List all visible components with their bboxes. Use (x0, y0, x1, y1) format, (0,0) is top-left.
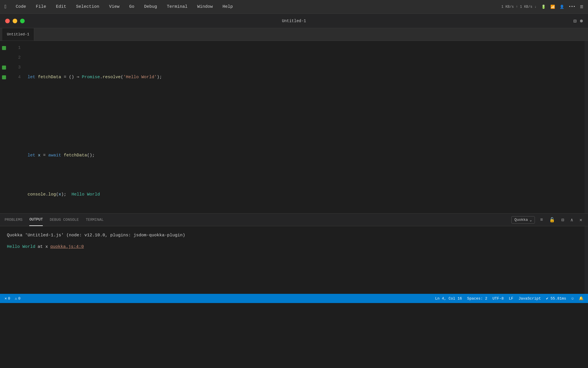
token: . (46, 190, 48, 200)
panel-body: Quokka 'Untitled-1.js' (node: v12.10.0, … (0, 226, 588, 294)
panel-tabs: PROBLEMS OUTPUT DEBUG CONSOLE TERMINAL Q… (0, 214, 588, 226)
feedback-icon[interactable]: ☺ (571, 296, 574, 301)
lock-icon[interactable]: 🔓 (548, 216, 556, 224)
editor-tab[interactable]: Untitled-1 (2, 28, 34, 41)
cursor-position[interactable]: Ln 4, Col 16 (435, 296, 462, 301)
eol-type[interactable]: LF (509, 296, 513, 301)
token: ( (121, 72, 123, 82)
breakpoint-4[interactable] (0, 72, 8, 82)
tab-debug-label: DEBUG CONSOLE (50, 218, 79, 222)
close-button[interactable] (5, 19, 10, 23)
token: ); (61, 190, 71, 200)
dropdown-value: Quokka (514, 218, 528, 222)
encoding[interactable]: UTF-8 (492, 296, 504, 301)
code-editor[interactable]: let fetchData = () ⇒ Promise.resolve('He… (25, 41, 585, 213)
token: x (59, 190, 61, 200)
green-indicator (2, 46, 6, 50)
window-title-bar: Untitled-1 ⊟ (0, 14, 588, 28)
token: let (28, 72, 38, 82)
panel-scrollbar[interactable] (585, 226, 588, 294)
output-hello-world: Hello World (7, 243, 35, 251)
minimize-button[interactable] (13, 19, 17, 23)
network-status: 1 KB/s ↑ 1 KB/s ↓ (501, 5, 536, 9)
menu-debug[interactable]: Debug (142, 3, 159, 10)
menu-bar-left:  Code File Edit Selection View Go Debug… (5, 3, 235, 10)
tab-output[interactable]: OUTPUT (29, 214, 43, 226)
notification-icon[interactable]: 🔔 (579, 296, 583, 301)
menu-bar-right: 1 KB/s ↑ 1 KB/s ↓ 🔋 📶 👤 ••• ☰ (501, 5, 583, 9)
menu-edit[interactable]: Edit (54, 3, 68, 10)
output-link[interactable]: quokka.js:4:0 (50, 243, 84, 251)
code-line-2 (28, 112, 585, 121)
clear-output-icon[interactable]: ≡ (539, 216, 544, 224)
line-number-4: 4 (8, 72, 25, 82)
token: Promise (82, 72, 100, 82)
chevron-down-icon: ⌄ (530, 218, 532, 222)
menu-view[interactable]: View (107, 3, 121, 10)
tab-debug-console[interactable]: DEBUG CONSOLE (50, 214, 79, 226)
breakpoint-1[interactable] (0, 43, 8, 53)
token: . (100, 72, 102, 82)
apple-menu[interactable]:  (5, 4, 8, 10)
panel-content: Quokka 'Untitled-1.js' (node: v12.10.0, … (0, 226, 585, 294)
tab-label: Untitled-1 (7, 32, 29, 37)
code-line-1: let fetchData = () ⇒ Promise.resolve('He… (28, 72, 585, 82)
green-indicator (2, 66, 6, 70)
window-actions: ⊟ (573, 18, 583, 24)
menu-bar:  Code File Edit Selection View Go Debug… (0, 0, 588, 14)
token: x (38, 151, 40, 160)
timing-badge[interactable]: ✔ 55.81ms (546, 296, 566, 301)
split-editor-icon[interactable]: ⊟ (573, 18, 577, 24)
output-line-1: Quokka 'Untitled-1.js' (node: v12.10.0, … (7, 231, 578, 239)
breakpoint-2[interactable] (0, 53, 8, 63)
copy-icon[interactable]: ⊡ (560, 216, 565, 224)
close-panel-icon[interactable]: ✕ (578, 216, 583, 224)
panel-tab-actions: Quokka ⌄ ≡ 🔓 ⊡ ∧ ✕ (511, 216, 583, 224)
line-number-1: 1 (8, 43, 25, 53)
window-title: Untitled-1 (282, 19, 306, 23)
warning-count[interactable]: ⚠ 0 (15, 296, 21, 301)
collapse-icon[interactable]: ∧ (569, 216, 575, 224)
token: log (48, 190, 56, 200)
line-numbers: 1 2 3 4 (8, 41, 25, 213)
green-indicator (2, 75, 6, 79)
token: 'Hello World' (123, 72, 157, 82)
line-number-2: 2 (8, 53, 25, 63)
status-dot (580, 20, 583, 22)
error-count[interactable]: ✕ 0 (5, 296, 10, 301)
gutter-indicators (0, 41, 8, 213)
code-line-4: console.log(x); Hello World (28, 190, 585, 200)
output-at-x: at x (38, 243, 48, 251)
language-mode[interactable]: JavaScript (519, 296, 541, 301)
tab-terminal-label: TERMINAL (86, 218, 104, 222)
menu-window[interactable]: Window (196, 3, 214, 10)
menu-file[interactable]: File (34, 3, 48, 10)
menu-terminal[interactable]: Terminal (165, 3, 189, 10)
editor-scrollbar[interactable] (585, 41, 588, 213)
error-icon: ✕ (5, 296, 7, 301)
tab-terminal[interactable]: TERMINAL (86, 214, 104, 226)
output-text-1: Quokka 'Untitled-1.js' (node: v12.10.0, … (7, 233, 185, 238)
warning-number: 0 (18, 296, 20, 301)
token: fetchData (38, 72, 61, 82)
list-icon: ☰ (580, 5, 583, 9)
editor-area: 1 2 3 4 let fetchData = () ⇒ Promise.res… (0, 41, 588, 213)
token: ); (157, 72, 162, 82)
breakpoint-3[interactable] (0, 63, 8, 72)
token: = () (61, 72, 77, 82)
token: Hello World (71, 190, 100, 200)
maximize-button[interactable] (20, 19, 25, 23)
spaces-setting[interactable]: Spaces: 2 (467, 296, 487, 301)
output-line-2: Hello World at x quokka.js:4:0 (7, 243, 578, 251)
tab-problems[interactable]: PROBLEMS (5, 214, 22, 226)
output-source-dropdown[interactable]: Quokka ⌄ (511, 216, 535, 224)
menu-go[interactable]: Go (127, 3, 136, 10)
token: let (28, 151, 38, 160)
window-controls (5, 19, 25, 23)
more-icon: ••• (569, 5, 575, 9)
user-icon: 👤 (560, 5, 564, 9)
menu-help[interactable]: Help (221, 3, 235, 10)
tab-output-label: OUTPUT (29, 217, 43, 222)
menu-selection[interactable]: Selection (74, 3, 101, 10)
menu-code[interactable]: Code (14, 3, 28, 10)
